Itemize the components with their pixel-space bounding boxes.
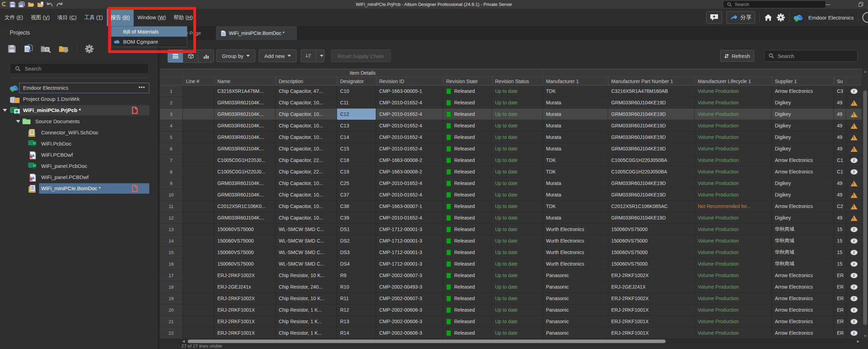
cell-supplier-part[interactable]: ER xyxy=(834,293,846,304)
cell-designator[interactable]: C18 xyxy=(337,155,376,166)
cell-designator[interactable]: R12 xyxy=(337,304,376,315)
refresh-button[interactable]: Refresh xyxy=(720,50,754,62)
cell-supplier[interactable]: Arrow Electronics xyxy=(772,270,834,281)
cell-lifecycle[interactable]: Volume Production xyxy=(695,247,772,258)
table-row[interactable]: 9GRM033R60J104K...Chip Capacitor, 10...C… xyxy=(160,178,862,189)
minimize-button[interactable]: — xyxy=(823,0,833,9)
tree-item-wifi-pcbdoc[interactable]: WiFi.PcbDoc xyxy=(0,139,158,150)
cell-status-icon[interactable]: i xyxy=(846,316,862,327)
cell-name[interactable]: ERJ-2RKF1001X xyxy=(214,304,276,315)
cell-manufacturer[interactable]: TDK xyxy=(543,155,608,166)
cell-designator[interactable]: C14 xyxy=(337,132,376,143)
more-options-button[interactable]: ••• xyxy=(139,84,145,90)
cell-name[interactable]: GRM033R60J104K... xyxy=(214,178,276,189)
cell-description[interactable]: Chip Capacitor, 10... xyxy=(276,189,337,200)
cell-line-number[interactable]: 7 xyxy=(160,155,183,166)
cell-revision-status[interactable]: Up to date xyxy=(492,304,543,315)
cell-supplier[interactable]: Digikey xyxy=(772,178,834,189)
cell-mpn[interactable]: GRM033R60J104KE19D xyxy=(608,97,695,108)
cell-revision-status[interactable]: Up to date xyxy=(492,327,543,339)
cell-revision-state[interactable]: Released xyxy=(443,155,492,166)
cell-supplier[interactable]: Digikey xyxy=(772,97,834,108)
cell-supplier[interactable]: 华秋商城 xyxy=(772,258,834,269)
cell-designator[interactable]: C15 xyxy=(337,143,376,154)
cell-designator[interactable]: R10 xyxy=(337,281,376,292)
bom-search-input[interactable]: Search xyxy=(764,50,858,62)
column-header-manufacturer-part-number-1[interactable]: Manufacturer Part Number 1 xyxy=(608,77,695,85)
chart-view-button[interactable] xyxy=(199,50,214,62)
tree-item-emdoor-electronics[interactable]: Emdoor Electronics••• xyxy=(0,83,158,94)
cell-name[interactable]: C1005C0G1H220J0... xyxy=(214,166,276,177)
cell-revision-id[interactable]: CMP-1712-00001-3 xyxy=(376,258,443,269)
cell-revision-state[interactable]: Released xyxy=(443,201,492,212)
cell-revision-id[interactable]: CMP-1663-00008-2 xyxy=(376,155,443,166)
cell-supplier[interactable]: Arrow Electronics xyxy=(772,155,834,166)
cell-status-icon[interactable] xyxy=(846,189,862,200)
cell-revision-state[interactable]: Released xyxy=(443,166,492,177)
cell-line-number[interactable]: 22 xyxy=(160,327,183,339)
cell-line-blank[interactable] xyxy=(183,247,214,258)
cell-status-icon[interactable] xyxy=(846,143,862,154)
cell-supplier[interactable]: Digikey xyxy=(772,189,834,200)
cell-description[interactable]: Chip Capacitor, 22... xyxy=(276,155,337,166)
cell-revision-id[interactable]: CMP-1663-00007-1 xyxy=(376,201,443,212)
cell-revision-status[interactable]: Up to date xyxy=(492,293,543,304)
cell-name[interactable]: ERJ-2RKF1002X xyxy=(214,270,276,281)
cell-supplier-part[interactable]: 49 xyxy=(834,212,846,223)
cell-lifecycle[interactable]: Volume Production xyxy=(695,155,772,166)
cell-revision-status[interactable]: Up to date xyxy=(492,247,543,258)
column-header-revision-id[interactable]: Revision ID xyxy=(376,77,443,85)
cell-lifecycle[interactable]: Volume Production xyxy=(695,235,772,246)
group-by-button[interactable]: Group by xyxy=(216,50,255,62)
cell-designator[interactable]: C25 xyxy=(337,178,376,189)
cell-designator[interactable]: DS2 xyxy=(337,235,376,246)
table-row[interactable]: 16150060VS75000WL-SMCW SMD C...DS4CMP-17… xyxy=(160,258,862,270)
cell-status-icon[interactable]: i xyxy=(846,247,862,258)
cell-revision-status[interactable]: Up to date xyxy=(492,143,543,154)
cell-lifecycle[interactable]: Not Recommended for... xyxy=(695,201,772,212)
table-row[interactable]: 13150060VS75000WL-SMCW SMD C...DS1CMP-17… xyxy=(160,224,862,235)
horizontal-scrollbar[interactable]: ◀ ▶ xyxy=(160,339,862,344)
cell-mpn[interactable]: ERJ-2RKF1001X xyxy=(608,327,695,339)
cell-supplier-part[interactable]: 49 xyxy=(834,143,846,154)
cell-designator[interactable]: C37 xyxy=(337,189,376,200)
cell-revision-state[interactable]: Released xyxy=(443,97,492,108)
cell-description[interactable]: Chip Capacitor, 10... xyxy=(276,120,337,131)
cell-revision-id[interactable]: CMP-2010-01652-4 xyxy=(376,120,443,131)
cell-revision-id[interactable]: CMP-2002-00607-3 xyxy=(376,270,443,281)
cell-revision-id[interactable]: CMP-2010-01652-4 xyxy=(376,178,443,189)
cell-name[interactable]: C1005C0G1H220J0... xyxy=(214,155,276,166)
cell-supplier-part[interactable]: 49 xyxy=(834,189,846,200)
gear-icon[interactable] xyxy=(777,13,785,22)
cell-revision-state[interactable]: Released xyxy=(443,281,492,292)
cell-lifecycle[interactable]: Volume Production xyxy=(695,143,772,154)
horizontal-scroll-thumb[interactable] xyxy=(188,340,666,343)
folder-settings-icon[interactable] xyxy=(59,45,69,53)
cell-lifecycle[interactable]: Volume Production xyxy=(695,178,772,189)
cell-mpn[interactable]: GRM033R60J104KE19D xyxy=(608,109,695,120)
column-header-revision-status[interactable]: Revision Status xyxy=(492,77,543,85)
column-header-revision-state[interactable]: Revision State xyxy=(443,77,492,85)
share-button[interactable]: 分享 xyxy=(726,11,755,24)
cell-lifecycle[interactable]: Volume Production xyxy=(695,109,772,120)
cell-designator[interactable]: C19 xyxy=(337,166,376,177)
cell-line-number[interactable]: 9 xyxy=(160,178,183,189)
cell-designator[interactable]: DS3 xyxy=(337,247,376,258)
cell-line-number[interactable]: 20 xyxy=(160,304,183,315)
cell-status-icon[interactable]: i xyxy=(846,166,862,177)
cell-lifecycle[interactable]: Volume Production xyxy=(695,86,772,97)
menu-item-T[interactable]: 工具 (T) xyxy=(81,9,107,26)
cell-mpn[interactable]: ERJ-2RKF1001X xyxy=(608,316,695,327)
cell-description[interactable]: Chip Capacitor, 10... xyxy=(276,97,337,108)
cell-name[interactable]: 150060VS75000 xyxy=(214,258,276,269)
cell-manufacturer[interactable]: Panasonic xyxy=(543,316,608,327)
user-avatar[interactable] xyxy=(862,12,868,23)
cell-mpn[interactable]: C3216X5R1A476M160AB xyxy=(608,86,695,97)
cell-supplier[interactable]: Arrow Electronics xyxy=(772,316,834,327)
cell-revision-status[interactable]: Up to date xyxy=(492,270,543,281)
cell-revision-id[interactable]: CMP-1712-00001-3 xyxy=(376,235,443,246)
reset-supply-chain-button[interactable]: Reset Supply Chain xyxy=(331,50,391,62)
cell-revision-status[interactable]: Up to date xyxy=(492,316,543,327)
cell-line-blank[interactable] xyxy=(183,327,214,339)
cell-revision-state[interactable]: Released xyxy=(443,224,492,235)
